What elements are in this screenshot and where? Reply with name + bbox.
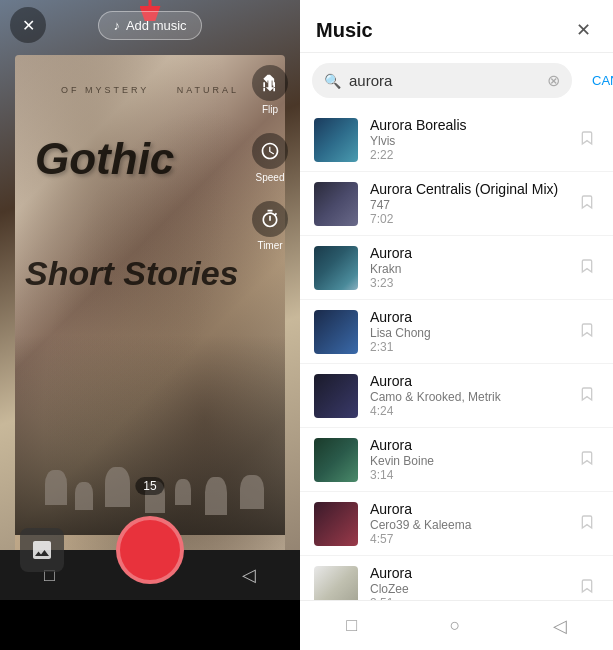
speed-button[interactable]: Speed — [252, 133, 288, 183]
add-music-container: ♪ Add music — [98, 11, 201, 40]
camera-bottom — [0, 500, 300, 600]
timer-icon — [252, 201, 288, 237]
bookmark-button-3[interactable] — [575, 318, 599, 346]
track-artist-4: Camo & Krooked, Metrik — [370, 390, 563, 404]
track-name-3: Aurora — [370, 309, 563, 325]
bookmark-button-6[interactable] — [575, 510, 599, 538]
track-art-2 — [314, 246, 358, 290]
close-music-panel-button[interactable]: ✕ — [569, 16, 597, 44]
track-info-2: Aurora Krakn 3:23 — [370, 245, 563, 290]
camera-view: OF MYSTERY NATURAL Gothic Short Stories … — [0, 0, 300, 600]
track-name-4: Aurora — [370, 373, 563, 389]
track-item-6[interactable]: Aurora Cero39 & Kaleema 4:57 — [300, 492, 613, 556]
music-panel-nav: □ ○ ◁ — [300, 600, 613, 650]
track-duration-5: 3:14 — [370, 468, 563, 482]
track-item-2[interactable]: Aurora Krakn 3:23 — [300, 236, 613, 300]
track-art-6 — [314, 502, 358, 546]
cancel-search-button[interactable]: CANCEL — [584, 73, 613, 88]
record-button[interactable] — [116, 516, 184, 584]
add-music-button[interactable]: ♪ Add music — [98, 11, 201, 40]
track-duration-1: 7:02 — [370, 212, 563, 226]
track-artist-3: Lisa Chong — [370, 326, 563, 340]
track-art-inner-5 — [314, 438, 358, 482]
track-name-5: Aurora — [370, 437, 563, 453]
flip-label: Flip — [262, 104, 278, 115]
speed-label: Speed — [256, 172, 285, 183]
book-title-gothic: Gothic — [35, 135, 174, 183]
nav-square-icon-music[interactable]: □ — [336, 605, 367, 646]
track-name-7: Aurora — [370, 565, 563, 581]
track-item-0[interactable]: Aurora Borealis Ylvis 2:22 — [300, 108, 613, 172]
music-panel-header: Music ✕ — [300, 0, 613, 53]
music-note-icon: ♪ — [113, 18, 120, 33]
search-clear-icon[interactable]: ⊗ — [547, 71, 560, 90]
close-panel-icon: ✕ — [576, 19, 591, 41]
track-item-5[interactable]: Aurora Kevin Boine 3:14 — [300, 428, 613, 492]
track-artist-5: Kevin Boine — [370, 454, 563, 468]
flip-button[interactable]: Flip — [252, 65, 288, 115]
camera-right-toolbar: Flip Speed Timer — [240, 50, 300, 266]
track-info-3: Aurora Lisa Chong 2:31 — [370, 309, 563, 354]
track-art-7 — [314, 566, 358, 601]
track-info-6: Aurora Cero39 & Kaleema 4:57 — [370, 501, 563, 546]
track-art-inner-0 — [314, 118, 358, 162]
track-duration-3: 2:31 — [370, 340, 563, 354]
track-info-5: Aurora Kevin Boine 3:14 — [370, 437, 563, 482]
track-info-7: Aurora CloZee 3:51 — [370, 565, 563, 600]
track-art-1 — [314, 182, 358, 226]
track-art-0 — [314, 118, 358, 162]
bookmark-button-5[interactable] — [575, 446, 599, 474]
search-icon: 🔍 — [324, 73, 341, 89]
bookmark-button-2[interactable] — [575, 254, 599, 282]
track-info-0: Aurora Borealis Ylvis 2:22 — [370, 117, 563, 162]
track-item-1[interactable]: Aurora Centralis (Original Mix) 747 7:02 — [300, 172, 613, 236]
track-art-5 — [314, 438, 358, 482]
track-duration-6: 4:57 — [370, 532, 563, 546]
track-item-7[interactable]: Aurora CloZee 3:51 — [300, 556, 613, 600]
timer-label: Timer — [257, 240, 282, 251]
nav-circle-icon-music[interactable]: ○ — [439, 605, 470, 646]
track-artist-2: Krakn — [370, 262, 563, 276]
track-duration-4: 4:24 — [370, 404, 563, 418]
track-artist-6: Cero39 & Kaleema — [370, 518, 563, 532]
track-duration-2: 3:23 — [370, 276, 563, 290]
track-artist-0: Ylvis — [370, 134, 563, 148]
track-art-inner-4 — [314, 374, 358, 418]
track-art-4 — [314, 374, 358, 418]
bookmark-button-4[interactable] — [575, 382, 599, 410]
track-art-inner-3 — [314, 310, 358, 354]
track-art-inner-1 — [314, 182, 358, 226]
bookmark-button-7[interactable] — [575, 574, 599, 601]
track-art-inner-2 — [314, 246, 358, 290]
track-artist-7: CloZee — [370, 582, 563, 596]
close-camera-icon: ✕ — [22, 16, 35, 35]
bookmark-button-0[interactable] — [575, 126, 599, 154]
track-art-inner-7 — [314, 566, 358, 601]
gallery-button[interactable] — [20, 528, 64, 572]
track-item-4[interactable]: Aurora Camo & Krooked, Metrik 4:24 — [300, 364, 613, 428]
nav-triangle-icon-music[interactable]: ◁ — [543, 605, 577, 647]
music-panel: Music ✕ 🔍 ⊗ CANCEL Aurora Borealis Ylvis… — [300, 0, 613, 650]
timer-badge: 15 — [135, 477, 164, 495]
book-title-short: Short Stories — [25, 255, 238, 292]
track-art-inner-6 — [314, 502, 358, 546]
track-info-4: Aurora Camo & Krooked, Metrik 4:24 — [370, 373, 563, 418]
track-name-0: Aurora Borealis — [370, 117, 563, 133]
track-item-3[interactable]: Aurora Lisa Chong 2:31 — [300, 300, 613, 364]
timer-count: 15 — [143, 479, 156, 493]
flip-icon — [252, 65, 288, 101]
search-input[interactable] — [349, 72, 539, 89]
camera-top-bar: ✕ ♪ Add music — [0, 0, 300, 50]
book-subtitle: OF MYSTERY NATURAL — [61, 85, 239, 95]
gallery-icon — [30, 538, 54, 562]
close-camera-button[interactable]: ✕ — [10, 7, 46, 43]
bookmark-button-1[interactable] — [575, 190, 599, 218]
speed-icon — [252, 133, 288, 169]
search-bar: 🔍 ⊗ — [312, 63, 572, 98]
track-name-6: Aurora — [370, 501, 563, 517]
track-name-2: Aurora — [370, 245, 563, 261]
track-info-1: Aurora Centralis (Original Mix) 747 7:02 — [370, 181, 563, 226]
track-duration-0: 2:22 — [370, 148, 563, 162]
timer-button[interactable]: Timer — [252, 201, 288, 251]
track-artist-1: 747 — [370, 198, 563, 212]
